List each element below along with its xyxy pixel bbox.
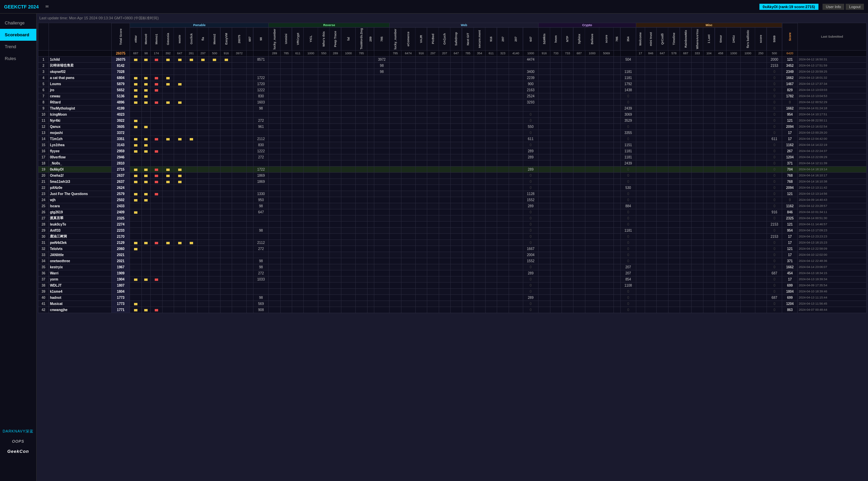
- username-cell[interactable]: WDLJT: [49, 282, 112, 288]
- wb-flag: [485, 136, 497, 142]
- pw-flag: [186, 75, 197, 81]
- username-cell[interactable]: Nyr4ki: [49, 117, 112, 123]
- re-flag: [280, 270, 292, 276]
- username-cell[interactable]: Just For The Questions: [49, 191, 112, 197]
- username-cell[interactable]: Telolvts: [49, 246, 112, 252]
- username-cell[interactable]: 00verflow: [49, 154, 112, 160]
- username-cell[interactable]: Warri: [49, 270, 112, 276]
- username-cell[interactable]: gtg2619: [49, 209, 112, 215]
- username-cell[interactable]: 1child: [49, 56, 112, 62]
- re-flag: [318, 288, 329, 294]
- wb-flag: [485, 227, 497, 233]
- username-cell[interactable]: flyyee: [49, 148, 112, 154]
- cr-flag: [573, 117, 585, 123]
- sidebar-item-challenge[interactable]: Challenge: [0, 17, 36, 29]
- wb-flag: [439, 148, 450, 154]
- cr-flag: [539, 209, 550, 215]
- username-cell[interactable]: Oneha1f: [49, 172, 112, 178]
- wb-flag: [485, 154, 497, 160]
- username-cell[interactable]: 比特浓缩也售卖: [49, 62, 112, 69]
- ms-flag: [657, 172, 668, 178]
- ms-flag: [692, 239, 703, 246]
- mail-icon[interactable]: ✉: [45, 4, 49, 9]
- cr-flag: [562, 75, 573, 81]
- ms-flag: [657, 215, 668, 221]
- username-cell[interactable]: 鹿油三树洞: [49, 233, 112, 239]
- username-cell[interactable]: yorm: [49, 276, 112, 282]
- sidebar-item-scoreboard[interactable]: Scoreboard: [0, 29, 36, 41]
- username-cell[interactable]: okqnwf02: [49, 69, 112, 75]
- re-6: Peep Trace: [329, 27, 341, 51]
- username-cell[interactable]: Loums: [49, 81, 112, 87]
- username-cell[interactable]: cnwangjhe: [49, 307, 112, 313]
- total-score-cell: 3372: [112, 130, 130, 136]
- username-cell[interactable]: wjh: [49, 197, 112, 203]
- pw-c: [246, 197, 253, 203]
- username-cell[interactable]: hadnot: [49, 294, 112, 301]
- pw-c: [246, 288, 253, 294]
- c-s8: [620, 50, 636, 56]
- pw-flag: [130, 227, 141, 233]
- re-flag: [367, 99, 374, 105]
- ms-flag: [727, 69, 741, 75]
- username-cell[interactable]: pwN4d3ek: [49, 239, 112, 246]
- pw-flag: [162, 294, 174, 301]
- username-cell[interactable]: Iscara: [49, 203, 112, 209]
- pw-flag: [174, 99, 185, 105]
- ms-7: 1 Last: [703, 27, 715, 51]
- username-cell[interactable]: JANlittle: [49, 252, 112, 258]
- re-flag: [269, 81, 280, 87]
- ms-flag: [727, 105, 741, 111]
- wb-flag: [401, 142, 415, 148]
- username-cell[interactable]: cewau: [49, 93, 112, 99]
- username-cell[interactable]: Musicat: [49, 301, 112, 307]
- re-score: [374, 227, 390, 233]
- username-cell[interactable]: 5ma11wh1t3: [49, 178, 112, 185]
- wb-flag: [401, 307, 415, 313]
- table-row: 5Loums587917209001792014672024-04-13 17:…: [38, 81, 867, 87]
- re-flag: [341, 307, 356, 313]
- sidebar-item-trend[interactable]: Trend: [0, 41, 36, 53]
- user-info-button[interactable]: User Info: [823, 4, 845, 10]
- username-cell[interactable]: IcingMoon: [49, 111, 112, 117]
- re-flag: [367, 294, 374, 301]
- total-score-cell: 1904: [112, 276, 130, 282]
- wb-flag: [509, 233, 523, 239]
- re-flag: [292, 221, 304, 227]
- cr-flag: [585, 221, 599, 227]
- score-cell: 0: [782, 99, 798, 105]
- cr-score: 3355: [620, 130, 636, 136]
- username-cell[interactable]: mojashi: [49, 130, 112, 136]
- ms-flag: [692, 93, 703, 99]
- username-cell[interactable]: Qanux: [49, 123, 112, 130]
- wb-flag: [462, 75, 474, 81]
- re-flag: [292, 111, 304, 117]
- grand-total: 26075: [112, 50, 130, 56]
- username-cell[interactable]: pANz0e: [49, 185, 112, 191]
- username-cell[interactable]: Anff33: [49, 227, 112, 233]
- username-cell[interactable]: T1m1zh: [49, 136, 112, 142]
- username-cell[interactable]: leuk0cyTe: [49, 221, 112, 227]
- username-cell[interactable]: TheMythologist: [49, 105, 112, 111]
- re-flag: [367, 246, 374, 252]
- pw-flag: [162, 227, 174, 233]
- username-cell[interactable]: kestryix: [49, 264, 112, 270]
- username-cell[interactable]: 0xAkyOI: [49, 166, 112, 172]
- wb-flag: [439, 239, 450, 246]
- ms-flag: [741, 252, 755, 258]
- ms-flag: [645, 264, 657, 270]
- wb-flag: [485, 130, 497, 136]
- wb-flag: [401, 56, 415, 62]
- c-s2: 733: [550, 50, 562, 56]
- logout-button[interactable]: Logout: [846, 4, 864, 10]
- username-cell[interactable]: _No0s_: [49, 160, 112, 166]
- username-cell[interactable]: R€tard: [49, 99, 112, 105]
- username-cell[interactable]: 渡真言翠: [49, 215, 112, 221]
- username-cell[interactable]: onetwothree: [49, 258, 112, 264]
- username-cell[interactable]: k1sme4: [49, 288, 112, 294]
- username-cell[interactable]: a cat that pwns: [49, 75, 112, 81]
- sidebar-item-rules[interactable]: Rules: [0, 53, 36, 64]
- username-cell[interactable]: jro: [49, 87, 112, 93]
- username-cell[interactable]: Lys1thea: [49, 142, 112, 148]
- ms-score: 687: [767, 270, 782, 276]
